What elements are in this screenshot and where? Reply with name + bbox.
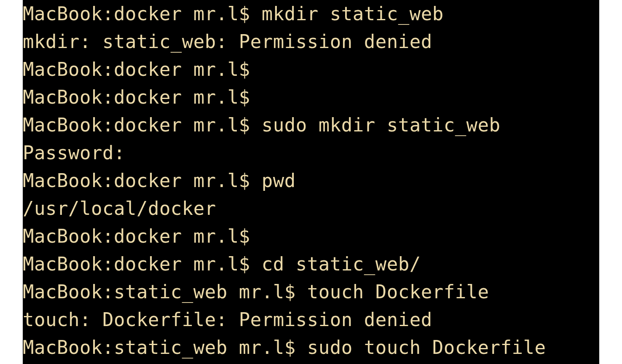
terminal-line: MacBook:docker mr.l$ mkdir static_web: [23, 0, 599, 28]
terminal-line: MacBook:docker mr.l$: [23, 222, 599, 250]
terminal-line: MacBook:docker mr.l$ pwd: [23, 167, 599, 195]
terminal-line: Password:: [23, 139, 599, 167]
terminal-line: touch: Dockerfile: Permission denied: [23, 306, 599, 334]
terminal-line: MacBook:static_web mr.l$ sudo touch Dock…: [23, 334, 599, 361]
terminal-line: MacBook:docker mr.l$ cd static_web/: [23, 250, 599, 278]
terminal-line: mkdir: static_web: Permission denied: [23, 28, 599, 56]
terminal-line: /usr/local/docker: [23, 195, 599, 222]
terminal-window[interactable]: MacBook:docker mr.l$ mkdir static_web mk…: [23, 0, 599, 364]
terminal-line: MacBook:docker mr.l$: [23, 83, 599, 111]
terminal-line: MacBook:docker mr.l$: [23, 56, 599, 83]
terminal-line: MacBook:static_web mr.l$ touch Dockerfil…: [23, 278, 599, 306]
terminal-line: MacBook:docker mr.l$ sudo mkdir static_w…: [23, 111, 599, 139]
